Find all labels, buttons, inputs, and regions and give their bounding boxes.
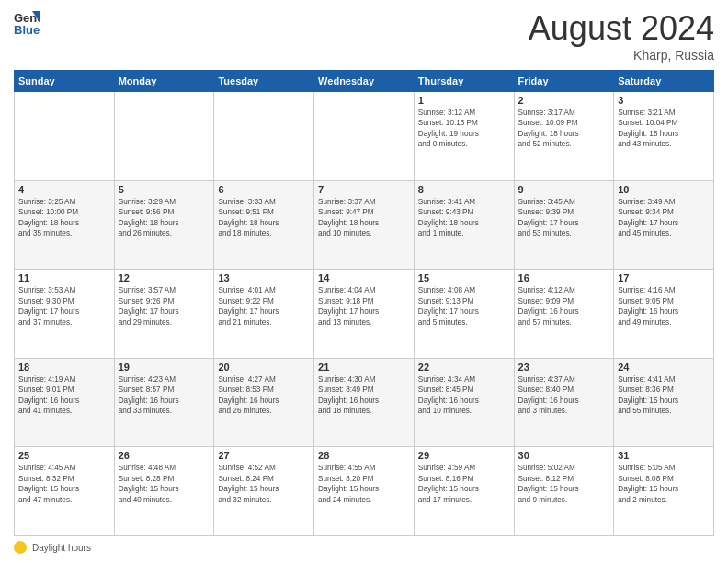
day-info: Sunrise: 4:55 AM Sunset: 8:20 PM Dayligh… <box>318 463 410 505</box>
calendar-cell <box>214 92 314 181</box>
day-number: 6 <box>218 184 310 195</box>
calendar-cell: 6Sunrise: 3:33 AM Sunset: 9:51 PM Daylig… <box>214 180 314 270</box>
calendar-header-row: SundayMondayTuesdayWednesdayThursdayFrid… <box>15 71 714 92</box>
daylight-label: Daylight hours <box>32 543 91 553</box>
day-info: Sunrise: 3:33 AM Sunset: 9:51 PM Dayligh… <box>218 197 310 239</box>
day-info: Sunrise: 3:17 AM Sunset: 10:09 PM Daylig… <box>518 108 610 150</box>
day-number: 9 <box>518 184 610 195</box>
day-number: 1 <box>418 95 510 106</box>
calendar-cell: 5Sunrise: 3:29 AM Sunset: 9:56 PM Daylig… <box>114 180 214 270</box>
month-title: August 2024 <box>529 9 714 48</box>
footer: Daylight hours <box>14 541 714 554</box>
day-info: Sunrise: 3:45 AM Sunset: 9:39 PM Dayligh… <box>518 197 610 239</box>
day-info: Sunrise: 3:37 AM Sunset: 9:47 PM Dayligh… <box>318 197 410 239</box>
day-number: 25 <box>18 450 110 461</box>
day-number: 29 <box>418 450 510 461</box>
day-number: 5 <box>119 184 210 195</box>
calendar-cell: 20Sunrise: 4:27 AM Sunset: 8:53 PM Dayli… <box>214 358 314 447</box>
calendar-week-0: 1Sunrise: 3:12 AM Sunset: 10:13 PM Dayli… <box>15 92 714 181</box>
calendar-cell: 15Sunrise: 4:08 AM Sunset: 9:13 PM Dayli… <box>414 270 514 359</box>
day-info: Sunrise: 4:45 AM Sunset: 8:32 PM Dayligh… <box>18 463 110 505</box>
day-info: Sunrise: 4:30 AM Sunset: 8:49 PM Dayligh… <box>318 374 410 417</box>
day-info: Sunrise: 4:23 AM Sunset: 8:57 PM Dayligh… <box>119 374 210 417</box>
calendar-cell <box>114 92 214 181</box>
day-info: Sunrise: 4:16 AM Sunset: 9:05 PM Dayligh… <box>618 285 710 327</box>
calendar-cell: 3Sunrise: 3:21 AM Sunset: 10:04 PM Dayli… <box>614 92 714 181</box>
day-info: Sunrise: 4:52 AM Sunset: 8:24 PM Dayligh… <box>218 463 310 505</box>
header: General Blue August 2024 Kharp, Russia <box>14 9 714 63</box>
day-info: Sunrise: 4:41 AM Sunset: 8:36 PM Dayligh… <box>618 374 710 417</box>
day-number: 13 <box>218 272 310 283</box>
calendar-cell: 28Sunrise: 4:55 AM Sunset: 8:20 PM Dayli… <box>314 447 415 536</box>
calendar-cell: 22Sunrise: 4:34 AM Sunset: 8:45 PM Dayli… <box>414 358 514 447</box>
calendar-cell: 23Sunrise: 4:37 AM Sunset: 8:40 PM Dayli… <box>514 358 614 447</box>
day-number: 20 <box>218 362 310 373</box>
day-number: 21 <box>318 362 410 373</box>
day-info: Sunrise: 3:41 AM Sunset: 9:43 PM Dayligh… <box>418 197 510 239</box>
calendar-header-tuesday: Tuesday <box>214 71 314 92</box>
day-number: 30 <box>518 450 610 461</box>
day-number: 19 <box>119 362 210 373</box>
day-number: 4 <box>18 184 110 195</box>
day-number: 31 <box>618 450 710 461</box>
day-number: 7 <box>318 184 410 195</box>
calendar-header-saturday: Saturday <box>614 71 714 92</box>
day-info: Sunrise: 3:25 AM Sunset: 10:00 PM Daylig… <box>18 197 110 239</box>
calendar-week-2: 11Sunrise: 3:53 AM Sunset: 9:30 PM Dayli… <box>15 270 714 359</box>
day-number: 23 <box>518 362 610 373</box>
calendar-cell: 11Sunrise: 3:53 AM Sunset: 9:30 PM Dayli… <box>15 270 115 359</box>
calendar-week-4: 25Sunrise: 4:45 AM Sunset: 8:32 PM Dayli… <box>15 447 714 536</box>
calendar-cell: 7Sunrise: 3:37 AM Sunset: 9:47 PM Daylig… <box>314 180 415 270</box>
day-info: Sunrise: 4:04 AM Sunset: 9:18 PM Dayligh… <box>318 285 410 327</box>
day-number: 10 <box>618 184 710 195</box>
sun-icon <box>14 541 27 554</box>
day-number: 11 <box>18 272 110 283</box>
calendar-week-1: 4Sunrise: 3:25 AM Sunset: 10:00 PM Dayli… <box>15 180 714 270</box>
day-number: 22 <box>418 362 510 373</box>
svg-text:Blue: Blue <box>14 23 40 35</box>
calendar-cell: 19Sunrise: 4:23 AM Sunset: 8:57 PM Dayli… <box>114 358 214 447</box>
day-info: Sunrise: 3:53 AM Sunset: 9:30 PM Dayligh… <box>18 285 110 327</box>
day-number: 24 <box>618 362 710 373</box>
day-info: Sunrise: 4:12 AM Sunset: 9:09 PM Dayligh… <box>518 285 610 327</box>
calendar-cell <box>15 92 115 181</box>
calendar-cell: 18Sunrise: 4:19 AM Sunset: 9:01 PM Dayli… <box>15 358 115 447</box>
day-info: Sunrise: 4:37 AM Sunset: 8:40 PM Dayligh… <box>518 374 610 417</box>
day-info: Sunrise: 4:19 AM Sunset: 9:01 PM Dayligh… <box>18 374 110 417</box>
calendar-cell: 16Sunrise: 4:12 AM Sunset: 9:09 PM Dayli… <box>514 270 614 359</box>
day-info: Sunrise: 3:29 AM Sunset: 9:56 PM Dayligh… <box>119 197 210 239</box>
day-number: 3 <box>618 95 710 106</box>
calendar-header-thursday: Thursday <box>414 71 514 92</box>
calendar-cell: 26Sunrise: 4:48 AM Sunset: 8:28 PM Dayli… <box>114 447 214 536</box>
day-number: 12 <box>119 272 210 283</box>
calendar-cell: 25Sunrise: 4:45 AM Sunset: 8:32 PM Dayli… <box>15 447 115 536</box>
day-number: 16 <box>518 272 610 283</box>
day-number: 26 <box>119 450 210 461</box>
page: General Blue August 2024 Kharp, Russia S… <box>0 0 728 563</box>
calendar-header-sunday: Sunday <box>15 71 115 92</box>
calendar-cell: 8Sunrise: 3:41 AM Sunset: 9:43 PM Daylig… <box>414 180 514 270</box>
day-info: Sunrise: 3:49 AM Sunset: 9:34 PM Dayligh… <box>618 197 710 239</box>
day-info: Sunrise: 4:48 AM Sunset: 8:28 PM Dayligh… <box>119 463 210 505</box>
calendar-header-monday: Monday <box>114 71 214 92</box>
day-number: 14 <box>318 272 410 283</box>
calendar-header-friday: Friday <box>514 71 614 92</box>
calendar-cell: 9Sunrise: 3:45 AM Sunset: 9:39 PM Daylig… <box>514 180 614 270</box>
calendar-cell: 17Sunrise: 4:16 AM Sunset: 9:05 PM Dayli… <box>614 270 714 359</box>
calendar-cell: 27Sunrise: 4:52 AM Sunset: 8:24 PM Dayli… <box>214 447 314 536</box>
calendar-week-3: 18Sunrise: 4:19 AM Sunset: 9:01 PM Dayli… <box>15 358 714 447</box>
day-number: 8 <box>418 184 510 195</box>
calendar-cell: 30Sunrise: 5:02 AM Sunset: 8:12 PM Dayli… <box>514 447 614 536</box>
day-info: Sunrise: 4:27 AM Sunset: 8:53 PM Dayligh… <box>218 374 310 417</box>
calendar-cell: 1Sunrise: 3:12 AM Sunset: 10:13 PM Dayli… <box>414 92 514 181</box>
calendar-cell: 21Sunrise: 4:30 AM Sunset: 8:49 PM Dayli… <box>314 358 415 447</box>
calendar-cell: 14Sunrise: 4:04 AM Sunset: 9:18 PM Dayli… <box>314 270 415 359</box>
calendar-cell: 13Sunrise: 4:01 AM Sunset: 9:22 PM Dayli… <box>214 270 314 359</box>
logo: General Blue <box>14 9 40 35</box>
calendar-table: SundayMondayTuesdayWednesdayThursdayFrid… <box>14 70 714 536</box>
calendar-cell: 10Sunrise: 3:49 AM Sunset: 9:34 PM Dayli… <box>614 180 714 270</box>
calendar-cell: 12Sunrise: 3:57 AM Sunset: 9:26 PM Dayli… <box>114 270 214 359</box>
day-info: Sunrise: 4:59 AM Sunset: 8:16 PM Dayligh… <box>418 463 510 505</box>
day-info: Sunrise: 3:12 AM Sunset: 10:13 PM Daylig… <box>418 108 510 150</box>
calendar-cell: 29Sunrise: 4:59 AM Sunset: 8:16 PM Dayli… <box>414 447 514 536</box>
